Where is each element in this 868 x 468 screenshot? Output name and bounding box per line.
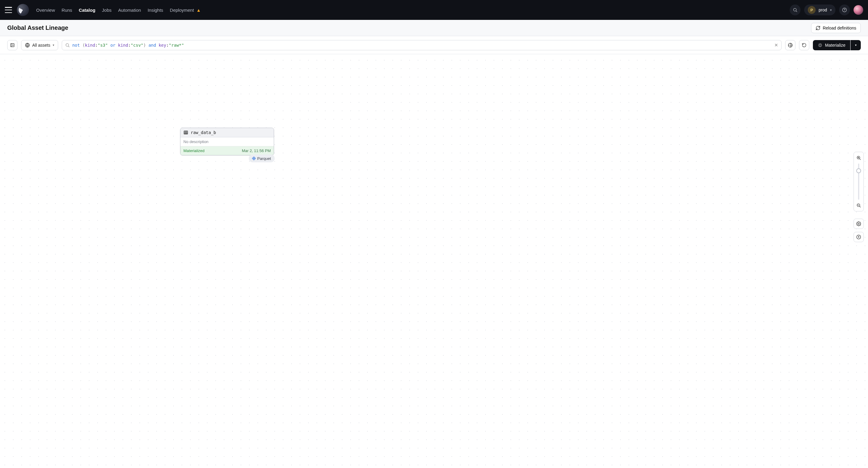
- nav-runs[interactable]: Runs: [61, 6, 73, 14]
- reload-definitions-button[interactable]: Reload definitions: [811, 23, 861, 33]
- svg-point-4: [66, 43, 69, 46]
- materialize-more-button[interactable]: ▾: [850, 40, 861, 50]
- materialize-label: Materialize: [825, 43, 845, 48]
- toolbar: All assets ▾ not (kind:"s3" or kind:"csv…: [0, 36, 868, 54]
- panel-icon: [10, 43, 15, 48]
- chevron-down-icon: ▾: [53, 43, 54, 47]
- globe-pin-icon: [788, 43, 793, 48]
- globe-icon: [25, 43, 30, 48]
- nav-links: Overview Runs Catalog Jobs Automation In…: [35, 6, 202, 14]
- download-graph-button[interactable]: [854, 232, 864, 242]
- nav-jobs[interactable]: Jobs: [101, 6, 112, 14]
- asset-description: No description: [180, 137, 274, 146]
- help-button[interactable]: [839, 4, 850, 15]
- asset-title-bar: raw_data_b: [180, 128, 274, 137]
- env-badge: P: [808, 6, 815, 14]
- svg-point-9: [858, 223, 859, 224]
- top-nav: Overview Runs Catalog Jobs Automation In…: [0, 0, 868, 20]
- scope-label: All assets: [32, 43, 50, 48]
- gear-icon: [856, 221, 861, 226]
- search-icon: [65, 43, 70, 48]
- zoom-slider[interactable]: [858, 163, 859, 200]
- nav-catalog[interactable]: Catalog: [78, 6, 96, 14]
- page-title: Global Asset Lineage: [7, 24, 68, 31]
- svg-point-0: [794, 8, 796, 11]
- zoom-out-button[interactable]: [854, 201, 864, 209]
- env-name: prod: [818, 7, 827, 12]
- zoom-thumb[interactable]: [856, 168, 861, 173]
- chevron-down-icon: ▾: [855, 43, 857, 47]
- asset-status: Materialized: [183, 149, 205, 153]
- chevron-down-icon: ▾: [830, 8, 832, 12]
- svg-rect-2: [10, 43, 14, 47]
- nav-deployment[interactable]: Deployment ▲: [169, 6, 202, 14]
- asset-status-row: Materialized Mar 2, 11:56 PM: [180, 146, 274, 155]
- graph-settings-button[interactable]: [854, 219, 864, 229]
- help-icon: [842, 7, 847, 12]
- nav-overview[interactable]: Overview: [35, 6, 56, 14]
- nav-automation[interactable]: Automation: [118, 6, 142, 14]
- clear-query-button[interactable]: ✕: [774, 42, 778, 48]
- nav-insights[interactable]: Insights: [147, 6, 164, 14]
- zoom-in-button[interactable]: [854, 154, 864, 162]
- lineage-canvas[interactable]: raw_data_b No description Materialized M…: [0, 54, 868, 468]
- asset-tag[interactable]: Parquet: [249, 155, 275, 162]
- sparkle-icon: [818, 43, 823, 48]
- search-icon: [793, 7, 798, 12]
- zoom-out-icon: [856, 203, 861, 208]
- asset-timestamp: Mar 2, 11:56 PM: [242, 149, 271, 153]
- table-icon: [183, 130, 188, 135]
- reload-label: Reload definitions: [823, 26, 856, 30]
- subheader: Global Asset Lineage Reload definitions: [0, 20, 868, 36]
- zoom-panel: [854, 152, 864, 211]
- menu-icon[interactable]: [5, 7, 12, 13]
- global-view-button[interactable]: [785, 40, 796, 50]
- asset-name: raw_data_b: [191, 130, 216, 135]
- download-icon: [856, 235, 861, 240]
- svg-point-1: [842, 8, 846, 12]
- search-button[interactable]: [790, 4, 801, 15]
- refresh-graph-button[interactable]: [799, 40, 809, 50]
- reload-icon: [815, 26, 820, 30]
- nav-deployment-label: Deployment: [170, 7, 194, 13]
- svg-rect-6: [184, 131, 188, 134]
- warning-icon: ▲: [196, 7, 201, 13]
- logo[interactable]: [17, 4, 29, 16]
- nav-right: P prod ▾: [790, 4, 863, 15]
- scope-filter[interactable]: All assets ▾: [21, 40, 58, 50]
- query-text: not (kind:"s3" or kind:"csv") and key:"r…: [72, 43, 772, 48]
- avatar[interactable]: [854, 5, 863, 15]
- sidebar-toggle-button[interactable]: [7, 40, 18, 50]
- refresh-icon: [802, 43, 807, 48]
- asset-node[interactable]: raw_data_b No description Materialized M…: [180, 128, 274, 155]
- asset-tag-label: Parquet: [257, 156, 271, 161]
- query-input[interactable]: not (kind:"s3" or kind:"csv") and key:"r…: [62, 40, 781, 50]
- diamond-icon: [252, 156, 256, 160]
- environment-selector[interactable]: P prod ▾: [804, 4, 835, 15]
- materialize-button[interactable]: Materialize: [813, 40, 850, 50]
- zoom-in-icon: [856, 155, 861, 160]
